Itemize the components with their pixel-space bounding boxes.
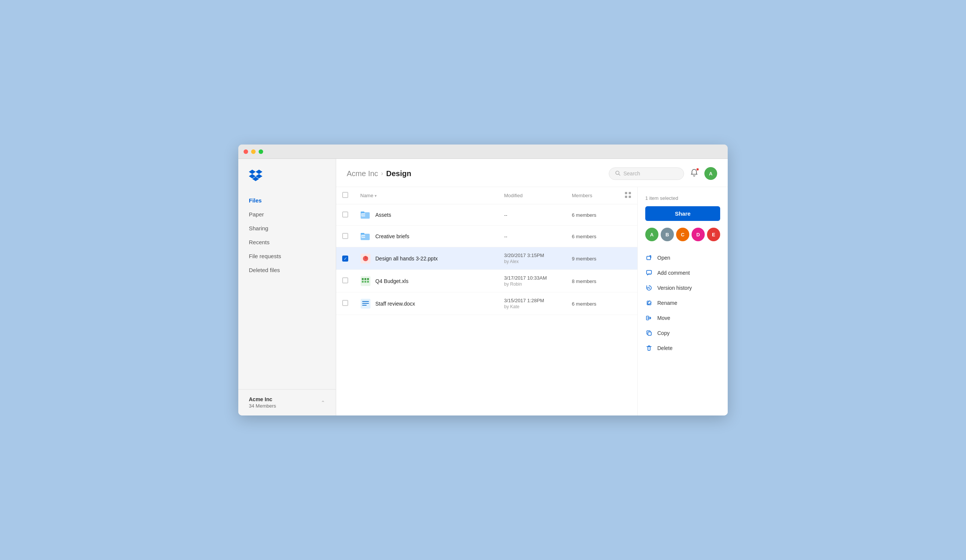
member-avatar-4[interactable]: E — [707, 228, 720, 241]
members-count: 8 members — [572, 279, 596, 284]
sidebar-item-paper[interactable]: Paper — [238, 207, 336, 221]
row-checkbox[interactable] — [342, 278, 348, 283]
titlebar — [238, 145, 728, 159]
member-avatar-2[interactable]: C — [676, 228, 689, 241]
file-name: Assets — [375, 212, 391, 218]
traffic-light-yellow[interactable] — [251, 149, 256, 154]
comment-icon — [645, 269, 653, 277]
row-checkbox[interactable] — [342, 233, 348, 239]
action-label-copy: Copy — [657, 330, 670, 336]
td-modified: -- — [498, 226, 566, 247]
action-rename[interactable]: Rename — [645, 296, 720, 310]
action-comment[interactable]: Add comment — [645, 265, 720, 280]
chevron-up-icon: ⌃ — [321, 400, 325, 406]
sidebar-footer: Acme Inc 34 Members ⌃ — [238, 389, 336, 415]
sidebar-item-deleted-files[interactable]: Deleted files — [238, 263, 336, 277]
action-label-move: Move — [657, 315, 670, 321]
file-icon-pptx — [360, 253, 371, 264]
sidebar-item-sharing[interactable]: Sharing — [238, 221, 336, 235]
notification-bell[interactable] — [690, 169, 698, 179]
th-name[interactable]: Name ▾ — [354, 187, 498, 204]
open-icon — [645, 254, 653, 261]
td-checkbox[interactable] — [336, 292, 354, 315]
sidebar-item-files[interactable]: Files — [238, 194, 336, 207]
td-checkbox[interactable] — [336, 270, 354, 292]
share-button[interactable]: Share — [645, 206, 720, 221]
svg-point-15 — [362, 236, 363, 237]
td-members: 9 members — [566, 247, 619, 270]
file-icon-folder-group — [360, 231, 371, 241]
row-checkbox[interactable] — [342, 212, 348, 218]
svg-rect-2 — [625, 192, 627, 194]
svg-point-17 — [365, 236, 366, 237]
td-modified: 3/15/2017 1:28PM by Kate — [498, 292, 566, 315]
action-label-delete: Delete — [657, 345, 672, 351]
breadcrumb-parent: Acme Inc — [347, 169, 378, 178]
td-actions — [619, 204, 637, 226]
file-row: Q4 Budget.xls — [360, 276, 492, 286]
name-column-label: Name — [360, 193, 373, 198]
td-name: Assets — [354, 204, 498, 226]
action-delete[interactable]: Delete — [645, 341, 720, 356]
svg-rect-3 — [629, 192, 631, 194]
action-open[interactable]: Open — [645, 250, 720, 265]
td-checkbox[interactable] — [336, 204, 354, 226]
table-row[interactable]: Q4 Budget.xls 3/17/2017 10:33AM by Robin… — [336, 270, 637, 292]
row-checkbox[interactable]: ✓ — [342, 256, 348, 261]
td-checkbox[interactable]: ✓ — [336, 247, 354, 270]
file-table: Name ▾ Modified Members — [336, 187, 637, 315]
file-name: Creative briefs — [375, 233, 409, 239]
search-bar[interactable] — [609, 168, 684, 180]
action-label-rename: Rename — [657, 300, 677, 306]
table-row[interactable]: Assets -- 6 members — [336, 204, 637, 226]
svg-rect-22 — [362, 278, 364, 280]
th-view-toggle[interactable] — [619, 187, 637, 204]
th-select-all[interactable] — [336, 187, 354, 204]
svg-rect-31 — [362, 305, 367, 305]
window-body: Files Paper Sharing Recents File request… — [238, 159, 728, 415]
table-row[interactable]: Creative briefs -- 6 members — [336, 226, 637, 247]
traffic-light-green[interactable] — [259, 149, 263, 154]
sidebar-nav: Files Paper Sharing Recents File request… — [238, 194, 336, 389]
td-checkbox[interactable] — [336, 226, 354, 247]
sidebar-item-file-requests[interactable]: File requests — [238, 249, 336, 263]
modified-by: by Kate — [504, 304, 560, 309]
sidebar: Files Paper Sharing Recents File request… — [238, 159, 336, 415]
action-move[interactable]: Move — [645, 310, 720, 325]
search-input[interactable] — [623, 171, 678, 176]
file-row: Creative briefs — [360, 231, 492, 241]
breadcrumb: Acme Inc › Design — [347, 169, 411, 178]
sort-icon: ▾ — [375, 194, 377, 198]
th-modified: Modified — [498, 187, 566, 204]
table-row[interactable]: Staff review.docx 3/15/2017 1:28PM by Ka… — [336, 292, 637, 315]
member-avatars: ABCDE — [645, 228, 720, 241]
member-avatar-3[interactable]: D — [692, 228, 705, 241]
row-checkbox[interactable] — [342, 300, 348, 306]
file-icon-xls — [360, 276, 371, 286]
member-avatar-1[interactable]: B — [661, 228, 674, 241]
svg-line-1 — [619, 174, 620, 176]
action-version-history[interactable]: Version history — [645, 280, 720, 296]
td-name: Staff review.docx — [354, 292, 498, 315]
action-copy[interactable]: Copy — [645, 325, 720, 341]
copy-icon — [645, 329, 653, 337]
app-window: Files Paper Sharing Recents File request… — [238, 145, 728, 415]
td-modified: 3/17/2017 10:33AM by Robin — [498, 270, 566, 292]
workspace-row[interactable]: Acme Inc 34 Members ⌃ — [249, 396, 325, 409]
select-all-checkbox[interactable] — [342, 192, 348, 198]
td-actions — [619, 292, 637, 315]
td-members: 6 members — [566, 292, 619, 315]
notification-badge — [696, 168, 699, 171]
traffic-light-red[interactable] — [243, 149, 248, 154]
svg-rect-29 — [362, 301, 369, 302]
table-row[interactable]: ✓ Design all hands 3-22.pptx 3/20/2017 3… — [336, 247, 637, 270]
file-row: Assets — [360, 210, 492, 220]
modified-date: 3/15/2017 1:28PM — [504, 298, 560, 303]
svg-rect-26 — [365, 281, 366, 282]
member-avatar-0[interactable]: A — [645, 228, 659, 241]
sidebar-item-recents[interactable]: Recents — [238, 235, 336, 249]
modified-date: 3/20/2017 3:15PM — [504, 253, 560, 258]
user-avatar[interactable]: A — [704, 167, 717, 180]
file-name: Q4 Budget.xls — [375, 278, 409, 284]
move-icon — [645, 314, 653, 322]
